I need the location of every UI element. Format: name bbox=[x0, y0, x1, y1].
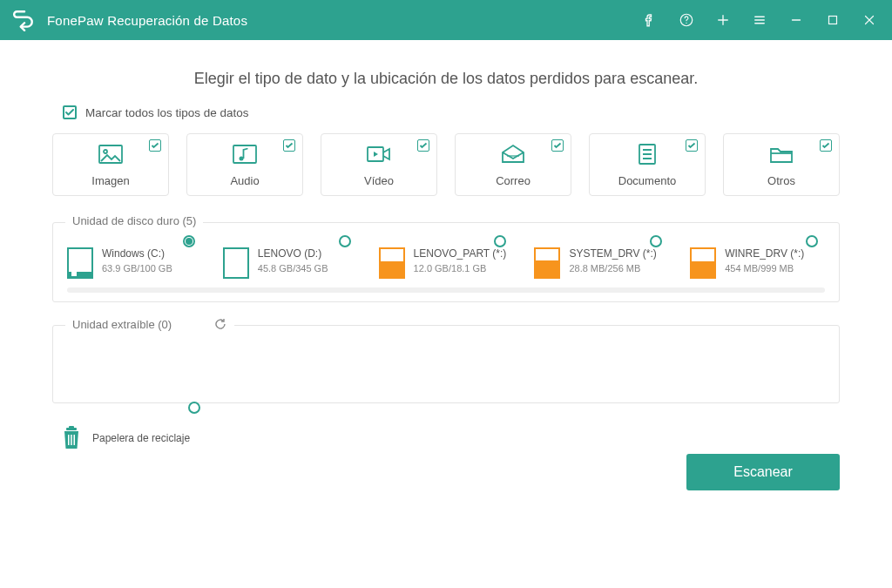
scan-button[interactable]: Escanear bbox=[686, 454, 840, 490]
category-checkbox[interactable] bbox=[283, 139, 295, 152]
drive-size: 12.0 GB/18.1 GB bbox=[414, 263, 507, 274]
drive-radio[interactable] bbox=[494, 235, 506, 247]
drive-name: WINRE_DRV (*:) bbox=[725, 247, 804, 260]
removable-section: Unidad extraíble (0) bbox=[52, 325, 840, 403]
mail-icon bbox=[500, 143, 526, 169]
maximize-icon[interactable] bbox=[824, 11, 841, 29]
main-window: FonePaw Recuperación de Datos bbox=[0, 0, 892, 588]
category-checkbox[interactable] bbox=[686, 139, 698, 152]
category-label: Correo bbox=[496, 174, 530, 187]
recycle-bin-item[interactable]: Papelera de reciclaje bbox=[61, 426, 840, 450]
category-video[interactable]: Vídeo bbox=[321, 133, 437, 196]
titlebar: FonePaw Recuperación de Datos bbox=[0, 0, 892, 40]
drive-size: 63.9 GB/100 GB bbox=[102, 263, 172, 274]
drive-radio[interactable] bbox=[806, 235, 818, 247]
video-icon bbox=[366, 143, 392, 169]
folder-icon bbox=[768, 143, 794, 169]
category-otros[interactable]: Otros bbox=[723, 133, 840, 196]
body: Elegir el tipo de dato y la ubicación de… bbox=[0, 40, 892, 506]
drive-name: Windows (C:) bbox=[102, 247, 172, 260]
image-icon bbox=[98, 143, 124, 169]
hdd-section: Unidad de disco duro (5) Windows (C:) 63… bbox=[52, 222, 840, 302]
category-label: Audio bbox=[230, 174, 259, 187]
select-all-row: Marcar todos los tipos de datos bbox=[63, 105, 840, 119]
recycle-radio[interactable] bbox=[188, 402, 200, 414]
plus-icon[interactable] bbox=[714, 11, 732, 29]
hdd-legend: Unidad de disco duro (5) bbox=[65, 214, 203, 227]
menu-icon[interactable] bbox=[751, 11, 768, 29]
drive-size: 454 MB/999 MB bbox=[725, 263, 804, 274]
close-icon[interactable] bbox=[861, 11, 878, 29]
audio-icon bbox=[232, 143, 258, 169]
document-icon bbox=[634, 143, 660, 169]
drive-name: LENOVO (D:) bbox=[258, 247, 328, 260]
drive-item[interactable]: SYSTEM_DRV (*:) 28.8 MB/256 MB bbox=[534, 242, 669, 279]
category-documento[interactable]: Documento bbox=[589, 133, 706, 196]
trash-icon bbox=[61, 426, 82, 450]
svg-point-4 bbox=[104, 150, 107, 153]
help-icon[interactable] bbox=[678, 11, 695, 29]
drive-size: 28.8 MB/256 MB bbox=[569, 263, 656, 274]
svg-rect-5 bbox=[233, 145, 256, 163]
drive-item[interactable]: Windows (C:) 63.9 GB/100 GB bbox=[67, 242, 202, 279]
app-logo-icon bbox=[12, 9, 35, 31]
drive-name: SYSTEM_DRV (*:) bbox=[569, 247, 656, 260]
svg-rect-2 bbox=[829, 17, 837, 24]
svg-rect-12 bbox=[71, 435, 72, 445]
drive-radio[interactable] bbox=[650, 235, 662, 247]
category-label: Documento bbox=[618, 174, 676, 187]
categories-row: Imagen Audio bbox=[52, 133, 840, 196]
refresh-icon[interactable] bbox=[213, 317, 227, 331]
category-label: Vídeo bbox=[364, 174, 394, 187]
svg-rect-11 bbox=[68, 435, 70, 445]
drive-icon bbox=[379, 247, 405, 279]
drive-name: LENOVO_PART (*:) bbox=[414, 247, 507, 260]
drive-item[interactable]: LENOVO (D:) 45.8 GB/345 GB bbox=[223, 242, 358, 279]
select-all-checkbox[interactable] bbox=[63, 105, 77, 119]
category-imagen[interactable]: Imagen bbox=[52, 133, 169, 196]
removable-legend: Unidad extraíble (0) bbox=[65, 317, 234, 331]
app-title: FonePaw Recuperación de Datos bbox=[47, 13, 247, 28]
category-checkbox[interactable] bbox=[417, 139, 429, 152]
drive-item[interactable]: LENOVO_PART (*:) 12.0 GB/18.1 GB bbox=[379, 242, 514, 279]
drive-icon bbox=[223, 247, 249, 279]
category-correo[interactable]: Correo bbox=[455, 133, 571, 196]
svg-point-1 bbox=[686, 23, 686, 24]
category-checkbox[interactable] bbox=[551, 139, 564, 152]
category-label: Otros bbox=[767, 174, 795, 187]
drive-icon bbox=[690, 247, 716, 279]
facebook-icon[interactable] bbox=[641, 11, 659, 29]
minimize-icon[interactable] bbox=[787, 11, 805, 29]
drive-size: 45.8 GB/345 GB bbox=[258, 263, 328, 274]
category-label: Imagen bbox=[91, 174, 129, 187]
svg-rect-13 bbox=[74, 435, 76, 445]
category-audio[interactable]: Audio bbox=[186, 133, 303, 196]
select-all-label: Marcar todos los tipos de datos bbox=[85, 106, 249, 119]
drive-radio[interactable] bbox=[339, 235, 351, 247]
page-heading: Elegir el tipo de dato y la ubicación de… bbox=[52, 70, 840, 88]
drive-icon bbox=[534, 247, 560, 279]
drive-radio[interactable] bbox=[183, 235, 195, 247]
drive-scrollbar[interactable] bbox=[67, 287, 825, 293]
category-checkbox[interactable] bbox=[149, 139, 161, 152]
svg-rect-10 bbox=[69, 426, 74, 429]
recycle-label: Papelera de reciclaje bbox=[92, 432, 190, 444]
drive-item[interactable]: WINRE_DRV (*:) 454 MB/999 MB bbox=[690, 242, 825, 279]
category-checkbox[interactable] bbox=[820, 139, 832, 152]
drive-icon bbox=[67, 247, 93, 279]
